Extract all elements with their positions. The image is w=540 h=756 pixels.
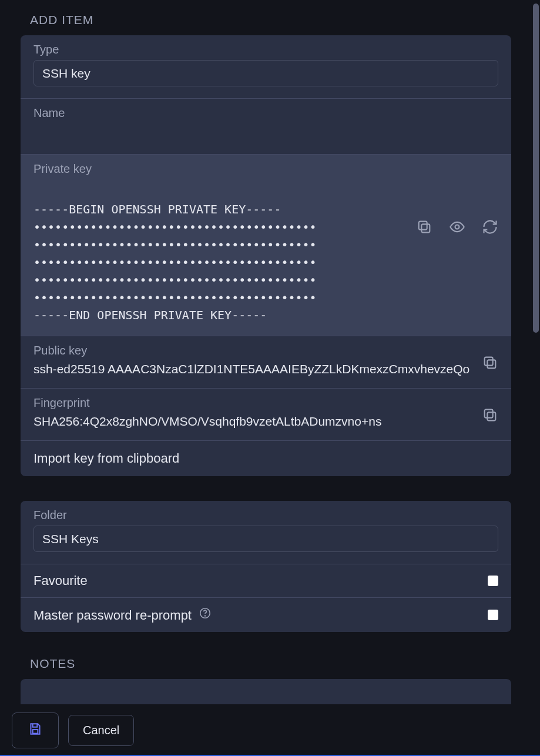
main-scroll[interactable]: ADD ITEM Type SSH key Name (0, 0, 532, 704)
options-card: Folder SSH Keys Favourite Master passwor… (21, 501, 511, 632)
public-key-value: ssh-ed25519 AAAAC3NzaC1lZDI1NTE5AAAAIEBy… (33, 361, 471, 376)
scrollbar-thumb[interactable] (533, 4, 539, 333)
notes-title: NOTES (21, 657, 511, 679)
pk-mask-2: •••••••••••••••••••••••••••••••••••••••• (33, 237, 317, 252)
footer-bar: Cancel (0, 704, 540, 756)
favourite-checkbox[interactable] (488, 576, 498, 586)
type-select[interactable]: SSH key (33, 60, 498, 86)
save-button[interactable] (12, 712, 59, 748)
save-icon (28, 721, 43, 740)
name-label: Name (33, 106, 498, 120)
private-key-label: Private key (33, 162, 405, 176)
pk-end: -----END OPENSSH PRIVATE KEY----- (33, 308, 267, 322)
cancel-button[interactable]: Cancel (68, 715, 134, 746)
pk-begin: -----BEGIN OPENSSH PRIVATE KEY----- (33, 202, 281, 216)
copy-public-key-button[interactable] (482, 344, 498, 371)
fingerprint-label: Fingerprint (33, 396, 471, 410)
svg-point-8 (205, 615, 206, 616)
pk-mask-5: •••••••••••••••••••••••••••••••••••••••• (33, 290, 317, 305)
toggle-visibility-button[interactable] (449, 219, 465, 235)
pk-mask-1: •••••••••••••••••••••••••••••••••••••••• (33, 220, 317, 234)
regenerate-button[interactable] (482, 219, 498, 235)
copy-private-key-button[interactable] (416, 219, 432, 235)
notes-input[interactable] (21, 679, 511, 704)
svg-rect-9 (33, 730, 38, 734)
page-title: ADD ITEM (21, 13, 511, 35)
svg-rect-4 (485, 357, 493, 366)
svg-rect-6 (485, 410, 493, 418)
svg-rect-0 (421, 224, 430, 232)
svg-rect-1 (419, 222, 427, 230)
svg-rect-5 (487, 412, 495, 420)
private-key-field[interactable]: -----BEGIN OPENSSH PRIVATE KEY----- ••••… (33, 179, 405, 324)
import-key-button[interactable]: Import key from clipboard (21, 440, 511, 476)
type-label: Type (33, 43, 498, 56)
item-details-card: Type SSH key Name Private key -----B (21, 35, 511, 476)
folder-label: Folder (33, 509, 498, 522)
fingerprint-value: SHA256:4Q2x8zghNO/VMSO/Vsqhqfb9vzetALtbA… (33, 413, 471, 429)
reprompt-label: Master password re-prompt (33, 607, 212, 623)
svg-rect-3 (487, 360, 495, 368)
pk-mask-4: •••••••••••••••••••••••••••••••••••••••• (33, 273, 317, 287)
pk-mask-3: •••••••••••••••••••••••••••••••••••••••• (33, 255, 317, 269)
favourite-label: Favourite (33, 573, 88, 588)
name-input[interactable] (33, 123, 498, 142)
copy-fingerprint-button[interactable] (482, 396, 498, 423)
help-icon[interactable] (199, 607, 212, 620)
public-key-label: Public key (33, 344, 471, 357)
folder-select[interactable]: SSH Keys (33, 526, 498, 552)
svg-point-2 (455, 225, 459, 229)
reprompt-checkbox[interactable] (488, 610, 498, 620)
